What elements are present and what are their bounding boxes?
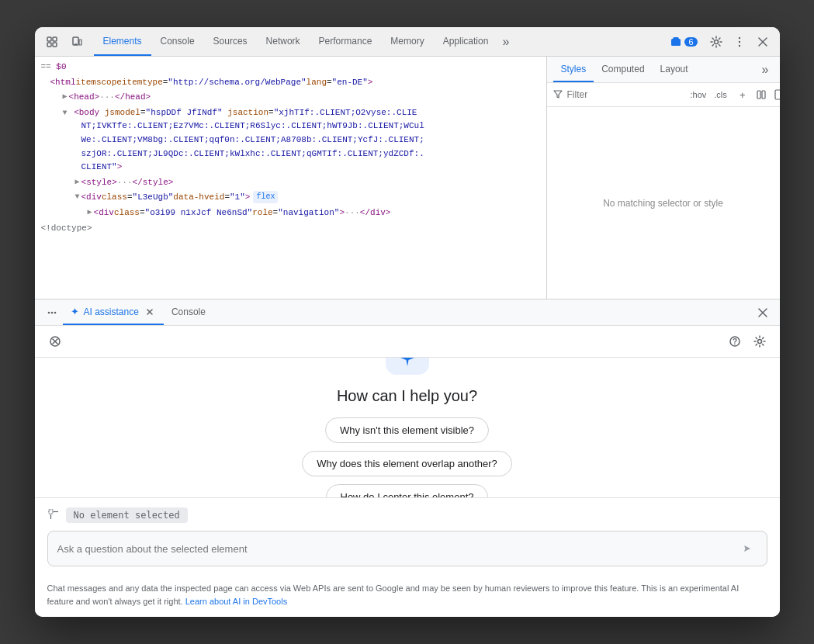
devtools-window: Elements Console Sources Network Perform… (35, 27, 780, 617)
filter-input[interactable] (567, 89, 684, 100)
styles-panel: Styles Computed Layout » (547, 57, 780, 299)
svg-point-8 (714, 40, 718, 43)
filter-cls-tag[interactable]: .cls (712, 89, 729, 100)
ai-sparkle-icon (396, 358, 419, 375)
svg-point-18 (47, 311, 50, 313)
elements-tree[interactable]: == $0 <html itemscope itemtype="http://s… (35, 57, 546, 299)
sidebar-toggle-button[interactable] (771, 86, 780, 103)
svg-rect-0 (47, 37, 51, 41)
svg-rect-15 (762, 91, 765, 99)
svg-point-11 (738, 44, 740, 46)
tab-application[interactable]: Application (434, 27, 498, 56)
device-toolbar-icon[interactable] (66, 31, 88, 53)
ai-tab-icon: ✦ (71, 306, 79, 317)
svg-rect-5 (79, 40, 81, 45)
devtools-main-area: == $0 <html itemscope itemtype="http://s… (35, 57, 780, 299)
suggestion-chip-2[interactable]: How do I center this element? (326, 484, 489, 498)
toggle-style-button[interactable] (753, 86, 770, 103)
bottom-panel-tabs: ✦ AI assistance Console (35, 299, 780, 326)
ai-disclaimer: Chat messages and any data the inspected… (35, 576, 780, 617)
tree-line[interactable]: ▶ <head> ··· </head> (35, 90, 546, 106)
ai-greeting-text: How can I help you? (337, 387, 477, 405)
styles-tabs: Styles Computed Layout » (547, 57, 780, 83)
tab-memory[interactable]: Memory (381, 27, 433, 56)
ai-toolbar-right: ? (724, 331, 771, 352)
tree-line[interactable]: ▼ <body jsmodel="hspDDf JfINdf" jsaction… (35, 106, 546, 175)
ai-toolbar-left (44, 331, 66, 352)
tree-line[interactable]: ▶ <style> ··· </style> (35, 175, 546, 191)
add-style-rule-button[interactable]: + (734, 86, 751, 103)
bottom-tab-console[interactable]: Console (164, 299, 213, 325)
more-options-button[interactable] (729, 31, 750, 53)
svg-point-30 (757, 340, 761, 344)
svg-rect-2 (47, 43, 51, 47)
selector-crosshair-icon (47, 508, 60, 523)
svg-rect-1 (53, 37, 57, 41)
ai-suggestions: Why isn't this element visible? Why does… (302, 417, 512, 498)
clear-chat-button[interactable] (44, 331, 66, 352)
inspect-element-icon[interactable] (41, 31, 63, 53)
tree-line[interactable]: ▶ <div class="o3i99 n1xJcf Ne6nSd" role=… (35, 206, 546, 221)
svg-point-20 (54, 311, 56, 313)
tree-line-doctype[interactable]: <!doctype> (35, 221, 546, 237)
svg-rect-3 (53, 43, 57, 47)
styles-empty-message: No matching selector or style (547, 107, 780, 299)
styles-tab-computed[interactable]: Computed (594, 57, 652, 82)
svg-rect-31 (49, 510, 53, 514)
main-tabs-list: Elements Console Sources Network Perform… (94, 27, 662, 56)
close-bottom-panel-button[interactable] (752, 302, 774, 324)
svg-point-10 (738, 40, 740, 42)
settings-icon-button[interactable] (705, 31, 727, 53)
tab-sources[interactable]: Sources (204, 27, 257, 56)
ai-question-input[interactable] (57, 543, 736, 555)
learn-more-link[interactable]: Learn about AI in DevTools (185, 597, 287, 606)
tab-icon-group (41, 27, 88, 56)
styles-tab-layout[interactable]: Layout (653, 57, 696, 82)
ai-icon-wrapper (386, 358, 429, 375)
bottom-tab-ai-assistance[interactable]: ✦ AI assistance (63, 299, 164, 325)
styles-filter-row: :hov .cls + (547, 83, 780, 107)
elements-panel: == $0 <html itemscope itemtype="http://s… (35, 57, 547, 299)
tab-overflow-button[interactable]: » (497, 27, 514, 56)
element-selector-row: No element selected (47, 507, 767, 523)
tab-right-icons: 6 (664, 27, 773, 56)
tab-performance[interactable]: Performance (310, 27, 382, 56)
tab-elements[interactable]: Elements (94, 27, 151, 56)
svg-text:?: ? (732, 338, 736, 346)
filter-icon (553, 89, 563, 101)
bottom-panel: ✦ AI assistance Console (35, 299, 780, 617)
issues-badge-button[interactable]: 6 (664, 35, 703, 49)
suggestion-chip-0[interactable]: Why isn't this element visible? (325, 417, 489, 443)
close-ai-tab-button[interactable] (144, 306, 156, 318)
close-devtools-button[interactable] (752, 31, 774, 53)
styles-tab-overflow[interactable]: » (757, 57, 774, 82)
ai-input-row (47, 531, 767, 566)
ai-input-area: No element selected (35, 497, 780, 576)
svg-rect-16 (775, 90, 780, 99)
svg-point-19 (50, 311, 53, 313)
ai-send-button[interactable] (736, 538, 757, 559)
no-element-label: No element selected (66, 507, 188, 523)
tree-line[interactable]: == $0 (35, 60, 546, 75)
styles-tab-styles[interactable]: Styles (553, 57, 594, 82)
ai-settings-button[interactable] (749, 331, 771, 352)
svg-rect-14 (757, 91, 760, 99)
filter-tags: :hov .cls (688, 89, 729, 100)
filter-hov-tag[interactable]: :hov (688, 89, 709, 100)
ai-toolbar: ? (35, 326, 780, 358)
help-button[interactable]: ? (724, 331, 746, 352)
suggestion-chip-1[interactable]: Why does this element overlap another? (302, 451, 512, 476)
tab-console[interactable]: Console (151, 27, 204, 56)
ai-content-area: How can I help you? Why isn't this eleme… (35, 358, 780, 497)
tree-line[interactable]: <html itemscope itemtype="http://schema.… (35, 75, 546, 91)
svg-rect-7 (671, 39, 681, 46)
svg-point-9 (738, 36, 740, 38)
tree-line[interactable]: ▼ <div class="L3eUgb" data-hveid="1"> fl… (35, 190, 546, 206)
devtools-tabs-bar: Elements Console Sources Network Perform… (35, 27, 780, 57)
tab-network[interactable]: Network (257, 27, 310, 56)
bottom-panel-menu-button[interactable] (41, 302, 63, 324)
filter-actions: + (734, 86, 780, 103)
